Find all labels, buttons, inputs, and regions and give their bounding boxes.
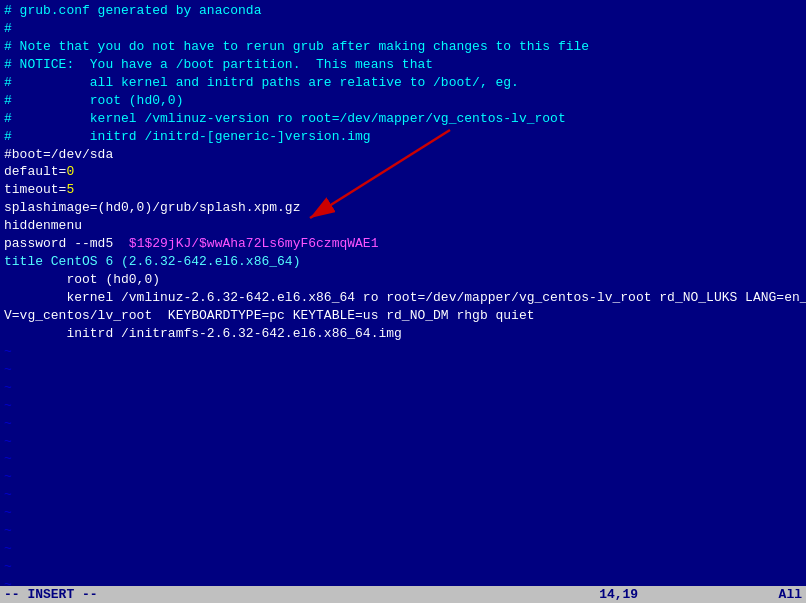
tilde-line: ~ bbox=[4, 397, 802, 415]
vim-mode: -- INSERT -- bbox=[4, 587, 98, 602]
cursor-position: 14,19 All bbox=[599, 587, 802, 602]
text-content: # grub.conf generated by anaconda # # No… bbox=[0, 0, 806, 603]
line-8: # initrd /initrd-[generic-]version.img bbox=[4, 128, 802, 146]
line-16: root (hd0,0) bbox=[4, 271, 802, 289]
line-6: # root (hd0,0) bbox=[4, 92, 802, 110]
line-11: timeout=5 bbox=[4, 181, 802, 199]
line-13: hiddenmenu bbox=[4, 217, 802, 235]
line-10: default=0 bbox=[4, 163, 802, 181]
line-14: password --md5 $1$29jKJ/$wwAha72Ls6myF6c… bbox=[4, 235, 802, 253]
line-2: # bbox=[4, 20, 802, 38]
tilde-line: ~ bbox=[4, 433, 802, 451]
tilde-line: ~ bbox=[4, 558, 802, 576]
line-9: #boot=/dev/sda bbox=[4, 146, 802, 164]
line-1: # grub.conf generated by anaconda bbox=[4, 2, 802, 20]
tilde-line: ~ bbox=[4, 450, 802, 468]
tilde-line: ~ bbox=[4, 504, 802, 522]
line-4: # NOTICE: You have a /boot partition. Th… bbox=[4, 56, 802, 74]
line-3: # Note that you do not have to rerun gru… bbox=[4, 38, 802, 56]
line-18: initrd /initramfs-2.6.32-642.el6.x86_64.… bbox=[4, 325, 802, 343]
tilde-line: ~ bbox=[4, 486, 802, 504]
tilde-line: ~ bbox=[4, 468, 802, 486]
line-12: splashimage=(hd0,0)/grub/splash.xpm.gz bbox=[4, 199, 802, 217]
tilde-line: ~ bbox=[4, 522, 802, 540]
tilde-line: ~ bbox=[4, 379, 802, 397]
line-15: title CentOS 6 (2.6.32-642.el6.x86_64) bbox=[4, 253, 802, 271]
line-7: # kernel /vmlinuz-version ro root=/dev/m… bbox=[4, 110, 802, 128]
status-bar: -- INSERT -- 14,19 All bbox=[0, 586, 806, 603]
tilde-line: ~ bbox=[4, 343, 802, 361]
tilde-line: ~ bbox=[4, 415, 802, 433]
terminal-window[interactable]: # grub.conf generated by anaconda # # No… bbox=[0, 0, 806, 603]
line-5: # all kernel and initrd paths are relati… bbox=[4, 74, 802, 92]
tilde-line: ~ bbox=[4, 540, 802, 558]
line-17: kernel /vmlinuz-2.6.32-642.el6.x86_64 ro… bbox=[4, 289, 802, 325]
tilde-line: ~ bbox=[4, 361, 802, 379]
